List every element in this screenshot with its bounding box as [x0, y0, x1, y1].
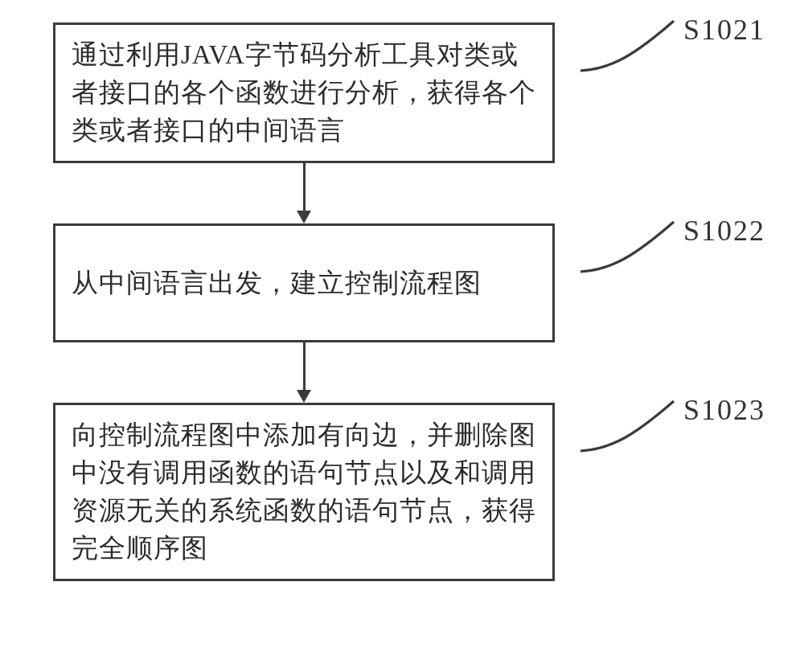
- arrow-line-icon: [303, 342, 306, 391]
- arrowhead-down-icon: [297, 211, 311, 223]
- arrow-1: [53, 163, 555, 223]
- step-label-wrap-3: S1023: [579, 398, 675, 456]
- step-text-2: 从中间语言出发，建立控制流程图: [72, 268, 482, 297]
- flowchart: 通过利用JAVA字节码分析工具对类或者接口的各个函数进行分析，获得各个类或者接口…: [53, 23, 788, 581]
- step-label-wrap-1: S1021: [579, 18, 675, 76]
- step-id-2: S1022: [683, 214, 765, 248]
- step-label-wrap-2: S1022: [579, 219, 675, 277]
- step-text-1: 通过利用JAVA字节码分析工具对类或者接口的各个函数进行分析，获得各个类或者接口…: [72, 40, 536, 145]
- leader-line-icon: [579, 18, 675, 72]
- step-id-3: S1023: [683, 393, 765, 427]
- arrow-line-icon: [303, 163, 306, 211]
- step-node-3: 向控制流程图中添加有向边，并删除图中没有调用函数的语句节点以及和调用资源无关的系…: [53, 403, 555, 580]
- leader-line-icon: [579, 398, 675, 453]
- step-node-2: 从中间语言出发，建立控制流程图: [53, 223, 555, 343]
- arrowhead-down-icon: [297, 390, 311, 403]
- arrow-2: [53, 342, 555, 403]
- step-row-3: 向控制流程图中添加有向边，并删除图中没有调用函数的语句节点以及和调用资源无关的系…: [53, 403, 675, 580]
- step-text-3: 向控制流程图中添加有向边，并删除图中没有调用函数的语句节点以及和调用资源无关的系…: [72, 420, 536, 563]
- step-node-1: 通过利用JAVA字节码分析工具对类或者接口的各个函数进行分析，获得各个类或者接口…: [53, 23, 555, 163]
- step-row-1: 通过利用JAVA字节码分析工具对类或者接口的各个函数进行分析，获得各个类或者接口…: [53, 23, 675, 163]
- leader-line-icon: [579, 219, 675, 273]
- step-row-2: 从中间语言出发，建立控制流程图 S1022: [53, 223, 675, 343]
- step-id-1: S1021: [683, 13, 765, 47]
